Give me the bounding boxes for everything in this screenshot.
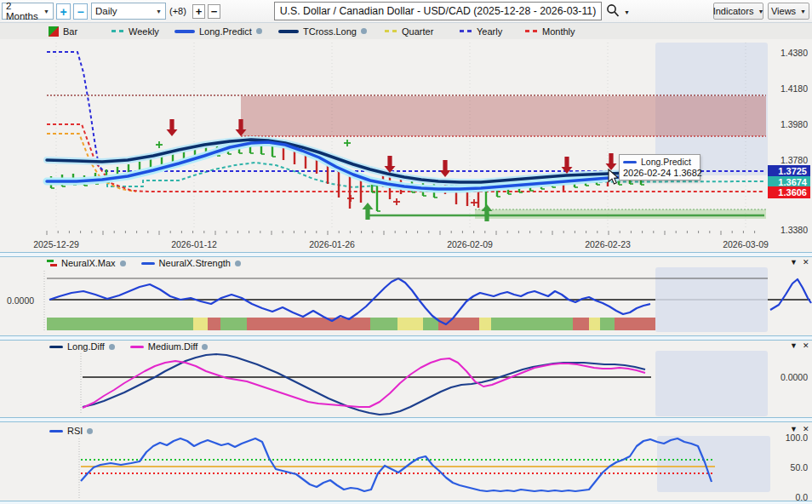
series-options-dot-icon[interactable] bbox=[87, 428, 93, 434]
rsi-line-icon bbox=[49, 430, 63, 432]
legend-item-bar[interactable]: Bar bbox=[49, 23, 77, 39]
monthly-dash-icon bbox=[525, 30, 538, 32]
legend-label: Yearly bbox=[477, 26, 502, 37]
x-axis-tick: 2026-01-12 bbox=[164, 239, 224, 249]
collapse-panel-icon[interactable]: ▼ bbox=[790, 341, 798, 350]
legend-label: Medium.Diff bbox=[148, 341, 197, 352]
long-predict-line-icon bbox=[174, 30, 195, 33]
rsi-legend: RSI bbox=[49, 426, 93, 436]
neuralx-strength-line-icon bbox=[141, 262, 155, 265]
rsi-tick-0: 0.0 bbox=[769, 492, 808, 502]
close-panel-icon[interactable]: ✕ bbox=[803, 258, 809, 266]
long-predict-line-icon bbox=[623, 161, 637, 163]
price-label-yearly: 1.3725 bbox=[768, 165, 810, 176]
tooltip-series-name: Long.Predict bbox=[641, 157, 691, 167]
legend-label: Bar bbox=[63, 26, 77, 37]
series-options-dot-icon[interactable] bbox=[235, 261, 241, 266]
symbol-title-input[interactable]: U.S. Dollar / Canadian Dollar - USD/CAD … bbox=[274, 2, 602, 20]
legend-item-medium-diff[interactable]: Medium.Diff bbox=[130, 341, 208, 352]
main-chart-legend: Bar Weekly Long.Predict TCross.Long Quar… bbox=[0, 23, 812, 39]
legend-item-long-diff[interactable]: Long.Diff bbox=[49, 341, 115, 352]
tooltip-date-value: 2026-02-24 1.3682 bbox=[623, 168, 696, 178]
series-options-dot-icon[interactable] bbox=[202, 344, 208, 350]
x-axis-tick: 2026-01-26 bbox=[302, 239, 362, 249]
series-options-dot-icon[interactable] bbox=[361, 28, 367, 34]
y-axis-tick: 1.3980 bbox=[769, 119, 808, 129]
x-axis-tick: 2026-02-23 bbox=[578, 239, 638, 249]
bars-offset-label: (+8) bbox=[169, 6, 186, 16]
views-button[interactable]: Views ▼ bbox=[768, 3, 809, 20]
top-toolbar: 2 Months ▼ + − Daily ▼ (+8) + − U.S. Dol… bbox=[0, 0, 812, 23]
series-tooltip: Long.Predict 2026-02-24 1.3682 bbox=[619, 154, 700, 180]
legend-label: Monthly bbox=[542, 26, 575, 37]
main-price-panel[interactable] bbox=[0, 39, 812, 252]
legend-item-tcross-long[interactable]: TCross.Long bbox=[278, 23, 367, 39]
legend-label: Long.Predict bbox=[199, 26, 252, 37]
neuralx-zero-value: 0.0000 bbox=[7, 295, 41, 306]
long-diff-line-icon bbox=[49, 346, 63, 348]
views-button-label: Views bbox=[771, 6, 796, 16]
legend-label: Long.Diff bbox=[67, 341, 105, 352]
panel-separator[interactable] bbox=[0, 335, 812, 341]
step-minus-button[interactable]: − bbox=[208, 4, 220, 19]
rsi-tick-50: 50.0 bbox=[769, 462, 808, 472]
legend-label: TCross.Long bbox=[303, 26, 357, 37]
symbol-search[interactable]: ▼ bbox=[606, 3, 630, 18]
close-panel-icon[interactable]: ✕ bbox=[803, 341, 809, 350]
legend-label: Quarter bbox=[402, 26, 433, 37]
legend-label: RSI bbox=[67, 426, 83, 436]
diff-panel-controls: ▼ ✕ bbox=[790, 341, 809, 350]
close-panel-icon[interactable]: ✕ bbox=[803, 425, 809, 433]
diff-legend: Long.Diff Medium.Diff bbox=[49, 341, 208, 352]
legend-item-yearly[interactable]: Yearly bbox=[460, 23, 502, 39]
y-axis-tick: 1.3780 bbox=[769, 155, 808, 165]
legend-item-rsi[interactable]: RSI bbox=[49, 426, 93, 436]
interval-select[interactable]: Daily ▼ bbox=[91, 3, 166, 20]
legend-item-monthly[interactable]: Monthly bbox=[525, 23, 575, 39]
diff-panel[interactable] bbox=[0, 341, 812, 417]
chevron-down-icon: ▼ bbox=[758, 9, 763, 14]
rsi-panel[interactable] bbox=[0, 422, 812, 501]
trading-app-window: 2 Months ▼ + − Daily ▼ (+8) + − U.S. Dol… bbox=[0, 0, 812, 504]
collapse-panel-icon[interactable]: ▼ bbox=[790, 425, 798, 433]
chevron-down-icon: ▼ bbox=[38, 9, 49, 14]
chevron-down-icon: ▼ bbox=[800, 9, 806, 14]
y-axis-tick: 1.3380 bbox=[769, 225, 808, 235]
series-options-dot-icon[interactable] bbox=[109, 344, 115, 350]
x-axis-tick: 2026-02-09 bbox=[440, 239, 500, 249]
weekly-dash-icon bbox=[112, 30, 124, 32]
series-options-dot-icon[interactable] bbox=[120, 261, 126, 266]
neuralx-panel[interactable] bbox=[0, 257, 812, 335]
collapse-panel-icon[interactable]: ▼ bbox=[790, 258, 798, 266]
x-axis-tick: 2025-12-29 bbox=[26, 239, 86, 249]
zoom-in-button[interactable]: + bbox=[56, 3, 71, 20]
range-select[interactable]: 2 Months ▼ bbox=[2, 3, 54, 20]
chevron-down-icon: ▼ bbox=[151, 9, 162, 14]
zoom-out-button[interactable]: − bbox=[73, 3, 88, 20]
legend-item-quarter[interactable]: Quarter bbox=[385, 23, 433, 39]
legend-item-neuralx-max[interactable]: NeuralX.Max bbox=[47, 258, 126, 268]
panel-separator[interactable] bbox=[0, 252, 812, 257]
legend-item-weekly[interactable]: Weekly bbox=[112, 23, 159, 39]
legend-item-long-predict[interactable]: Long.Predict bbox=[174, 23, 262, 39]
yearly-dash-icon bbox=[460, 30, 472, 32]
legend-label: NeuralX.Strength bbox=[159, 258, 231, 268]
neuralx-max-icon bbox=[47, 259, 57, 267]
neuralx-legend: NeuralX.Max NeuralX.Strength bbox=[47, 258, 241, 268]
panel-separator[interactable] bbox=[0, 417, 812, 422]
legend-label: NeuralX.Max bbox=[61, 258, 116, 268]
search-icon bbox=[606, 3, 620, 18]
indicators-button[interactable]: Indicators ▼ bbox=[713, 3, 763, 20]
step-plus-button[interactable]: + bbox=[192, 4, 205, 19]
bottom-edge bbox=[0, 501, 812, 504]
tcross-long-line-icon bbox=[278, 30, 299, 33]
rsi-tick-100: 100.0 bbox=[769, 432, 808, 443]
quarter-dash-icon bbox=[385, 30, 397, 32]
price-label-weekly: 1.3674 bbox=[768, 176, 810, 186]
y-axis-tick: 1.4380 bbox=[769, 48, 808, 58]
price-label-monthly: 1.3606 bbox=[768, 186, 810, 198]
series-options-dot-icon[interactable] bbox=[256, 28, 262, 34]
x-axis-tick: 2026-03-09 bbox=[716, 239, 775, 249]
rsi-panel-controls: ▼ ✕ bbox=[790, 425, 809, 433]
legend-item-neuralx-strength[interactable]: NeuralX.Strength bbox=[141, 258, 241, 268]
